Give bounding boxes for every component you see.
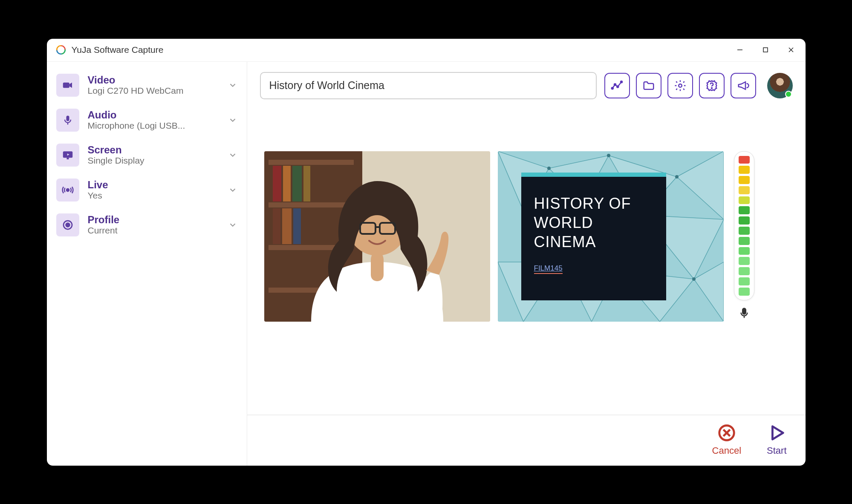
svg-rect-29 [273,208,280,244]
chevron-down-icon [228,150,237,160]
sidebar: Video Logi C270 HD WebCam Audio Micropho… [47,62,247,466]
sidebar-item-sub: Logi C270 HD WebCam [88,86,207,96]
sidebar-item-profile[interactable]: Profile Current [50,207,243,242]
meter-segment [739,277,750,285]
svg-point-13 [611,87,613,89]
svg-point-14 [614,84,616,85]
announce-button[interactable] [731,73,756,98]
svg-point-18 [711,87,712,88]
cancel-icon [717,423,736,443]
settings-button[interactable] [667,73,693,98]
slide-title: HISTORY OF WORLD CINEMA [534,194,653,251]
megaphone-icon [737,79,750,92]
sidebar-item-audio[interactable]: Audio Microphone (Logi USB... [50,103,243,138]
close-button[interactable] [778,39,804,62]
sidebar-item-sub: Yes [88,190,207,201]
main-panel: HISTORY OF WORLD CINEMA FILM145 [247,62,806,466]
svg-rect-8 [66,158,69,159]
sidebar-item-sub: Microphone (Logi USB... [88,121,207,131]
svg-rect-27 [292,166,302,202]
cancel-button[interactable]: Cancel [712,423,741,456]
svg-rect-26 [283,166,291,202]
meter-segment [739,288,750,296]
screen-share-preview[interactable]: HISTORY OF WORLD CINEMA FILM145 [498,151,724,322]
svg-point-16 [621,81,622,83]
minimize-icon [736,46,743,53]
start-button[interactable]: Start [767,423,786,456]
profile-record-icon [56,213,79,236]
svg-point-56 [692,277,696,281]
meter-segment [739,267,750,275]
toolbar [247,62,806,109]
webcam-image [264,151,490,322]
help-icon [705,79,718,92]
video-camera-icon [56,74,79,97]
svg-rect-57 [742,308,746,314]
maximize-icon [762,47,768,53]
recording-title-input[interactable] [260,72,597,99]
slide-title-line: HISTORY OF [534,195,631,212]
microphone-icon [56,109,79,132]
audio-level-meter [734,151,754,300]
sidebar-item-title: Profile [88,214,228,226]
chevron-down-icon [228,81,237,90]
broadcast-icon [56,179,79,202]
meter-segment [739,216,750,225]
sidebar-item-live[interactable]: Live Yes [50,173,243,207]
user-avatar[interactable] [767,73,793,98]
sidebar-item-sub: Single Display [88,156,207,166]
meter-segment [739,176,750,184]
close-icon [788,46,794,53]
microphone-icon [736,305,753,322]
svg-rect-28 [303,166,310,202]
svg-marker-62 [773,426,783,439]
slide-title-line: WORLD [534,214,593,231]
sidebar-item-screen[interactable]: Screen Single Display [50,138,243,173]
gear-icon [674,79,687,92]
sidebar-item-title: Audio [88,109,228,121]
svg-rect-1 [763,48,768,52]
slide-title-line: CINEMA [534,233,596,251]
status-online-indicator [785,91,792,98]
meter-segment [739,196,750,204]
slide-card: HISTORY OF WORLD CINEMA FILM145 [521,173,666,300]
analytics-button[interactable] [604,73,630,98]
svg-rect-4 [63,82,69,88]
audio-meter-panel [731,151,757,322]
chevron-down-icon [228,220,237,230]
svg-rect-22 [269,202,354,207]
meter-segment [739,186,750,194]
meter-segment [739,257,750,265]
app-window: YuJa Software Capture Video Logi C270 H [47,39,806,466]
window-controls [727,39,804,62]
window-title: YuJa Software Capture [72,45,164,55]
svg-point-15 [617,86,618,87]
preview-area: HISTORY OF WORLD CINEMA FILM145 [247,109,806,415]
chevron-down-icon [228,185,237,195]
svg-point-50 [675,175,679,179]
svg-rect-21 [269,160,354,165]
cancel-label: Cancel [712,445,741,456]
svg-rect-30 [282,208,292,244]
svg-point-10 [66,188,69,191]
svg-rect-25 [273,166,281,202]
meter-segment [739,166,750,174]
monitor-icon [56,144,79,167]
svg-point-12 [66,223,69,227]
folder-button[interactable] [636,73,661,98]
svg-point-17 [679,84,682,87]
meter-segment [739,206,750,214]
maximize-button[interactable] [753,39,778,62]
sidebar-item-title: Video [88,74,228,86]
minimize-button[interactable] [727,39,753,62]
meter-segment [739,237,750,245]
slide-course-code: FILM145 [534,264,563,274]
svg-point-49 [607,154,610,157]
chevron-down-icon [228,115,237,125]
sidebar-item-video[interactable]: Video Logi C270 HD WebCam [50,68,243,103]
titlebar: YuJa Software Capture [47,39,806,62]
sidebar-item-title: Screen [88,144,228,156]
help-button[interactable] [699,73,725,98]
folder-icon [642,79,655,92]
webcam-preview[interactable] [264,151,490,322]
